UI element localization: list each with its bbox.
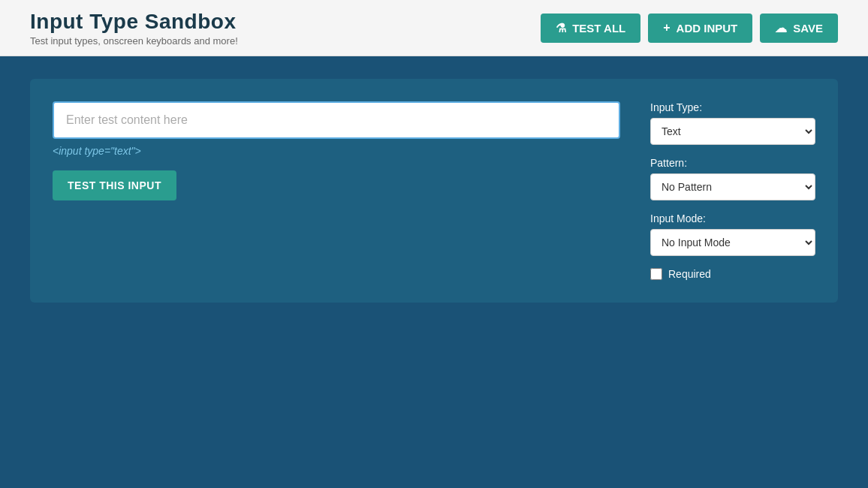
- input-mode-group: Input Mode: No Input Mode text decimal n…: [650, 212, 815, 256]
- input-type-label: Input Type:: [650, 101, 815, 113]
- test-input[interactable]: [53, 101, 620, 139]
- test-all-icon: ⚗: [556, 21, 566, 35]
- test-this-input-button[interactable]: TEST THIS INPUT: [53, 170, 176, 200]
- card-left: <input type="text"> TEST THIS INPUT: [53, 101, 620, 280]
- add-input-button[interactable]: + ADD INPUT: [648, 14, 752, 43]
- required-checkbox[interactable]: [650, 268, 662, 280]
- header-actions: ⚗ TEST ALL + ADD INPUT ☁ SAVE: [541, 14, 838, 43]
- main-content: <input type="text"> TEST THIS INPUT Inpu…: [0, 56, 868, 488]
- required-group: Required: [650, 268, 815, 280]
- add-input-icon: +: [663, 21, 670, 35]
- pattern-group: Pattern: No Pattern Email Pattern Phone …: [650, 157, 815, 200]
- save-button[interactable]: ☁ SAVE: [760, 14, 838, 43]
- input-tag: <input type="text">: [53, 145, 620, 157]
- pattern-label: Pattern:: [650, 157, 815, 169]
- sandbox-card: <input type="text"> TEST THIS INPUT Inpu…: [30, 79, 838, 303]
- app-title: Input Type Sandbox: [30, 10, 541, 34]
- required-label: Required: [668, 268, 711, 280]
- input-type-select[interactable]: Text Password Email Number Tel URL Searc…: [650, 118, 815, 145]
- test-all-button[interactable]: ⚗ TEST ALL: [541, 14, 640, 43]
- brand: Input Type Sandbox Test input types, ons…: [30, 10, 541, 47]
- header: Input Type Sandbox Test input types, ons…: [0, 0, 868, 56]
- input-mode-label: Input Mode:: [650, 212, 815, 224]
- app-subtitle: Test input types, onscreen keyboards and…: [30, 35, 541, 47]
- save-icon: ☁: [775, 21, 787, 35]
- test-this-input-label: TEST THIS INPUT: [68, 179, 161, 191]
- save-label: SAVE: [793, 22, 823, 35]
- add-input-label: ADD INPUT: [677, 22, 738, 35]
- card-right: Input Type: Text Password Email Number T…: [650, 101, 815, 280]
- test-all-label: TEST ALL: [572, 22, 625, 35]
- pattern-select[interactable]: No Pattern Email Pattern Phone Pattern Z…: [650, 173, 815, 200]
- input-type-group: Input Type: Text Password Email Number T…: [650, 101, 815, 145]
- input-mode-select[interactable]: No Input Mode text decimal numeric tel s…: [650, 229, 815, 256]
